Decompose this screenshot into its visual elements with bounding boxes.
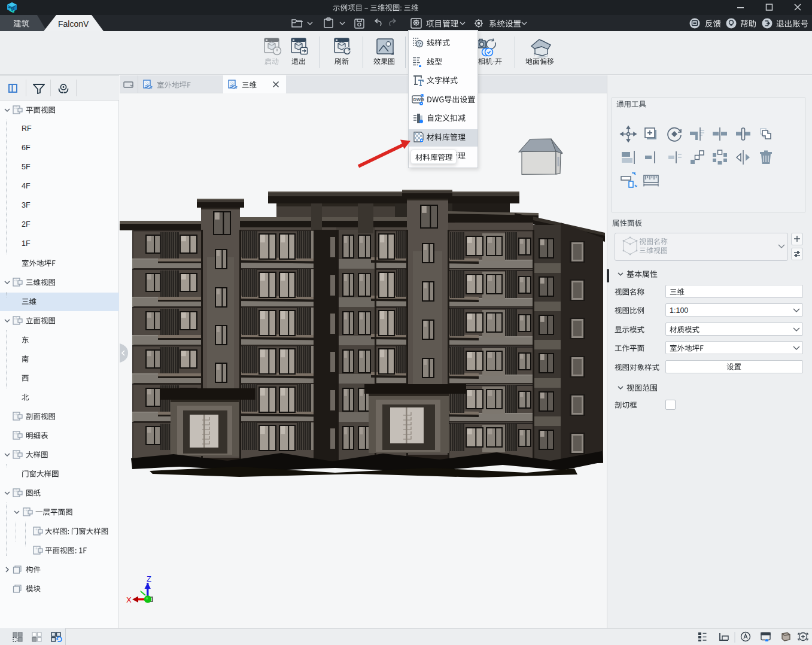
svg-text:X: X — [126, 595, 132, 604]
svg-text:DWG: DWG — [413, 97, 424, 102]
svg-text:Z: Z — [147, 574, 151, 583]
